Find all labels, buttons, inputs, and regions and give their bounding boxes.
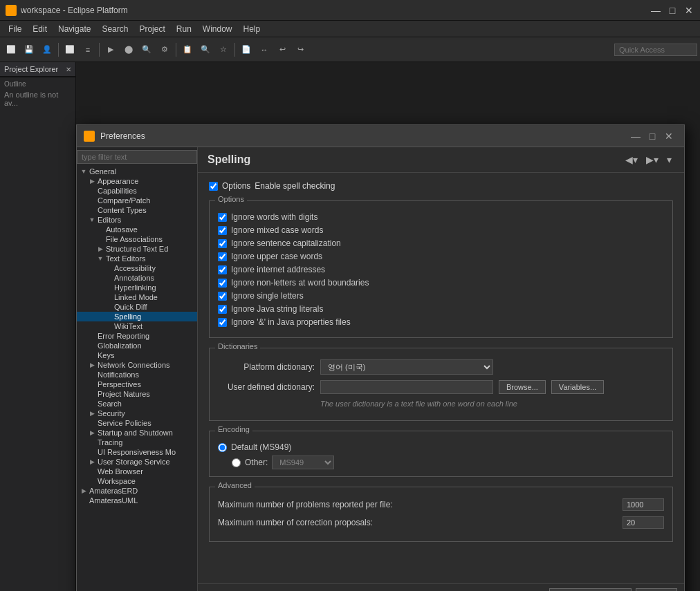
tree-item[interactable]: Error Reporting [77, 331, 197, 341]
nav-menu-btn[interactable]: ▾ [664, 153, 674, 167]
option-checkbox[interactable] [218, 252, 227, 261]
menu-run[interactable]: Run [171, 23, 197, 35]
project-explorer-close[interactable]: ✕ [66, 66, 71, 73]
option-checkbox[interactable] [218, 305, 227, 314]
toolbar-btn-13[interactable]: 📄 [238, 41, 255, 58]
tree-item[interactable]: Project Natures [77, 389, 197, 399]
option-checkbox[interactable] [218, 279, 227, 288]
nav-forward-btn[interactable]: ▶▾ [643, 153, 661, 167]
tree-item[interactable]: Spelling [77, 312, 197, 321]
tree-item[interactable]: Linked Mode [77, 292, 197, 302]
tree-item[interactable]: WikiText [77, 321, 197, 331]
dialog-maximize-btn[interactable]: □ [644, 128, 661, 144]
tree-item[interactable]: ▶User Storage Service [77, 457, 197, 467]
nav-back-btn[interactable]: ◀▾ [623, 153, 641, 167]
option-label: Ignore '&' in Java properties files [231, 317, 351, 327]
menu-search[interactable]: Search [96, 23, 133, 35]
tree-item[interactable]: Annotations [77, 273, 197, 283]
toolbar-btn-1[interactable]: ⬜ [3, 41, 19, 58]
toolbar-btn-15[interactable]: ↩ [274, 41, 291, 58]
toolbar-btn-4[interactable]: ⬜ [62, 41, 78, 58]
tree-item[interactable]: Web Browser [77, 467, 197, 476]
option-checkbox[interactable] [218, 226, 227, 235]
option-checkbox[interactable] [218, 318, 227, 327]
minimize-button[interactable]: — [650, 5, 661, 16]
menu-file[interactable]: File [3, 23, 27, 35]
tree-item[interactable]: Globalization [77, 341, 197, 350]
toolbar-btn-7[interactable]: ⬤ [120, 41, 137, 58]
toolbar-separator-3 [176, 43, 176, 57]
tree-item[interactable]: Service Policies [77, 418, 197, 428]
enable-spell-checkbox[interactable] [209, 182, 218, 191]
maximize-button[interactable]: □ [667, 5, 678, 16]
toolbar-btn-16[interactable]: ↪ [292, 41, 308, 58]
option-checkbox[interactable] [218, 213, 227, 222]
toolbar-btn-12[interactable]: ☆ [215, 41, 232, 58]
toolbar-btn-5[interactable]: ≡ [80, 41, 96, 58]
platform-dict-select[interactable]: 영어 (미국) [320, 359, 493, 375]
option-checkbox[interactable] [218, 239, 227, 248]
tree-item[interactable]: ▶Security [77, 409, 197, 418]
toolbar-btn-10[interactable]: 📋 [179, 41, 196, 58]
menu-navigate[interactable]: Navigate [53, 23, 96, 35]
tree-item[interactable]: Autosave [77, 225, 197, 234]
toolbar-btn-9[interactable]: ⚙ [156, 41, 173, 58]
dictionaries-section: Dictionaries Platform dictionary: 영어 (미국… [209, 348, 673, 421]
tree-item[interactable]: ▶AmaterasERD [77, 486, 197, 496]
tree-item[interactable]: Compare/Patch [77, 196, 197, 205]
tree-item[interactable]: Hyperlinking [77, 283, 197, 292]
menu-help[interactable]: Help [238, 23, 266, 35]
max-proposals-input[interactable] [623, 516, 664, 529]
tree-item[interactable]: Accessibility [77, 263, 197, 273]
tree-item[interactable]: ▼General [77, 167, 197, 176]
option-checkbox[interactable] [218, 292, 227, 301]
toolbar-btn-6[interactable]: ▶ [102, 41, 119, 58]
tree-item[interactable]: Search [77, 399, 197, 409]
toolbar-btn-3[interactable]: 👤 [39, 41, 55, 58]
tree-item[interactable]: AmaterasUML [77, 496, 197, 505]
tree-item-label: AmaterasERD [89, 487, 138, 495]
user-dict-input[interactable] [320, 380, 493, 394]
option-checkbox[interactable] [218, 265, 227, 274]
tree-item[interactable]: Perspectives [77, 379, 197, 389]
tree-item[interactable]: ▼Editors [77, 215, 197, 225]
toolbar-btn-2[interactable]: 💾 [21, 41, 37, 58]
dict-hint: The user dictionary is a text file with … [320, 400, 664, 408]
max-problems-input[interactable] [623, 498, 664, 511]
tree-item[interactable]: Workspace [77, 476, 197, 486]
variables-button[interactable]: Variables... [551, 380, 604, 394]
content-footer: Restore Defaults Apply [198, 583, 684, 591]
tree-item[interactable]: Tracing [77, 438, 197, 447]
toolbar-btn-8[interactable]: 🔍 [138, 41, 155, 58]
apply-button[interactable]: Apply [636, 588, 677, 591]
tree-item[interactable]: Quick Diff [77, 302, 197, 312]
encoding-select[interactable]: MS949 [272, 456, 334, 469]
toolbar-btn-11[interactable]: 🔍 [197, 41, 214, 58]
default-encoding-row: Default (MS949) [218, 442, 664, 452]
toolbar-btn-14[interactable]: ↔ [256, 41, 273, 58]
tree-item[interactable]: ▶Network Connections [77, 360, 197, 370]
menu-edit[interactable]: Edit [27, 23, 53, 35]
tree-item[interactable]: Capabilities [77, 186, 197, 196]
close-button[interactable]: ✕ [683, 5, 694, 16]
tree-item[interactable]: UI Responsiveness Mo [77, 447, 197, 457]
tree-item[interactable]: ▶Startup and Shutdown [77, 428, 197, 438]
dialog-close-btn[interactable]: ✕ [661, 128, 677, 144]
tree-item[interactable]: ▼Text Editors [77, 254, 197, 263]
tree-item[interactable]: File Associations [77, 234, 197, 244]
other-encoding-radio[interactable] [232, 458, 241, 467]
tree-item[interactable]: Keys [77, 350, 197, 360]
browse-button[interactable]: Browse... [499, 380, 546, 394]
restore-defaults-button[interactable]: Restore Defaults [549, 588, 632, 591]
tree-filter-input[interactable] [77, 150, 197, 164]
menu-window[interactable]: Window [197, 23, 238, 35]
menu-project[interactable]: Project [133, 23, 170, 35]
quick-access-input[interactable] [614, 44, 697, 56]
dialog-minimize-btn[interactable]: — [627, 128, 644, 144]
tree-item[interactable]: Notifications [77, 370, 197, 379]
tree-item[interactable]: Content Types [77, 205, 197, 215]
tree-item[interactable]: ▶Structured Text Ed [77, 244, 197, 254]
expand-icon [88, 380, 96, 388]
tree-item[interactable]: ▶Appearance [77, 176, 197, 186]
default-encoding-radio[interactable] [218, 443, 227, 452]
